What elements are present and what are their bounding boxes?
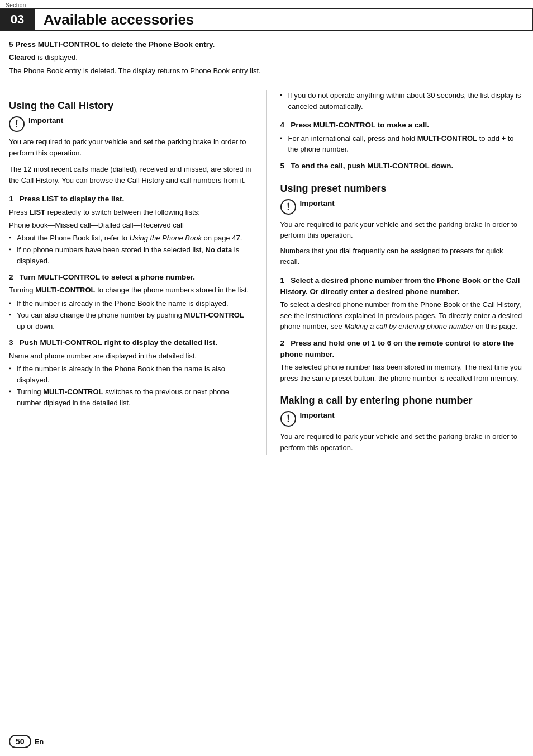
important-box-3: ! Important: [280, 411, 525, 427]
footer: 50 En: [9, 735, 44, 748]
important-icon-1: !: [9, 116, 25, 132]
top-step-line2: The Phone Book entry is deleted. The dis…: [9, 65, 524, 77]
step2-bullet-2: You can also change the phone number by …: [9, 310, 253, 332]
step3-bullet-2: Turning MULTI-CONTROL switches to the pr…: [9, 386, 253, 408]
page-title: Available accessories: [44, 11, 194, 29]
preset-intro: Numbers that you dial frequently can be …: [280, 245, 525, 267]
preset-step1-body: To select a desired phone number from th…: [280, 299, 525, 332]
important-icon-3: !: [280, 411, 296, 427]
preset-step1-heading: 1 Select a desired phone number from the…: [280, 275, 525, 298]
page-number: 50: [9, 735, 31, 748]
step2-body: Turning MULTI-CONTROL to change the phon…: [9, 285, 253, 296]
svg-point-5: [287, 202, 289, 204]
step3-heading: 3 Push MULTI-CONTROL right to display th…: [9, 337, 253, 348]
step1-bullet-2: If no phone numbers have been stored in …: [9, 244, 253, 266]
main-content: Using the Call History ! Important You a…: [0, 84, 533, 455]
important-label-2: Important: [300, 199, 335, 207]
step4-bullet-1: For an international call, press and hol…: [280, 133, 525, 155]
section-number: 03: [11, 12, 24, 27]
left-column: Using the Call History ! Important You a…: [9, 90, 267, 455]
step2-bullets: If the number is already in the Phone Bo…: [9, 298, 253, 332]
svg-point-8: [287, 415, 289, 417]
preset-step2-body: The selected phone number has been store…: [280, 362, 525, 384]
step1-heading: 1 Press LIST to display the list.: [9, 193, 253, 205]
important-icon-2: !: [280, 199, 296, 215]
important-box-1: ! Important: [9, 116, 253, 132]
preset-numbers-title: Using preset numbers: [280, 183, 525, 195]
step2-bullet-1: If the number is already in the Phone Bo…: [9, 298, 253, 309]
important-text-1: You are required to park your vehicle an…: [9, 136, 253, 158]
call-history-intro: The 12 most recent calls made (dialled),…: [9, 164, 253, 186]
important-text-3: You are required to park your vehicle an…: [280, 431, 525, 453]
step1-body: Press LIST repeatedly to switch between …: [9, 207, 253, 218]
step3-bullets: If the number is already in the Phone Bo…: [9, 363, 253, 408]
step1-sub: Phone book—Missed call—Dialled call—Rece…: [9, 220, 253, 231]
important-box-2: ! Important: [280, 199, 525, 215]
step4-bullets: For an international call, press and hol…: [280, 133, 525, 155]
step4-heading: 4 Press MULTI-CONTROL to make a call.: [280, 120, 525, 131]
lang-label: En: [35, 738, 44, 746]
top-step-heading: 5 Press MULTI-CONTROL to delete the Phon…: [9, 39, 524, 50]
important-text-2: You are required to park your vehicle an…: [280, 219, 525, 241]
top-step-section: 5 Press MULTI-CONTROL to delete the Phon…: [0, 31, 533, 84]
step3-bullet-1: If the number is already in the Phone Bo…: [9, 363, 253, 385]
right-bullet-1: If you do not operate anything within ab…: [280, 90, 525, 112]
step3-body: Name and phone number are displayed in t…: [9, 351, 253, 362]
step1-bullet-1: About the Phone Book list, refer to Usin…: [9, 233, 253, 244]
important-label-3: Important: [300, 411, 335, 419]
preset-step2-heading: 2 Press and hold one of 1 to 6 on the re…: [280, 338, 525, 361]
call-history-title: Using the Call History: [9, 100, 253, 112]
step1-bullets: About the Phone Book list, refer to Usin…: [9, 233, 253, 267]
step2-heading: 2 Turn MULTI-CONTROL to select a phone n…: [9, 272, 253, 283]
top-step-line1: Cleared is displayed.: [9, 52, 524, 63]
step5-heading: 5 To end the call, push MULTI-CONTROL do…: [280, 160, 525, 172]
making-call-title: Making a call by entering phone number: [280, 395, 525, 407]
right-column: If you do not operate anything within ab…: [267, 90, 525, 455]
svg-point-2: [16, 120, 18, 122]
important-label-1: Important: [28, 116, 63, 125]
right-top-bullets: If you do not operate anything within ab…: [280, 90, 525, 112]
